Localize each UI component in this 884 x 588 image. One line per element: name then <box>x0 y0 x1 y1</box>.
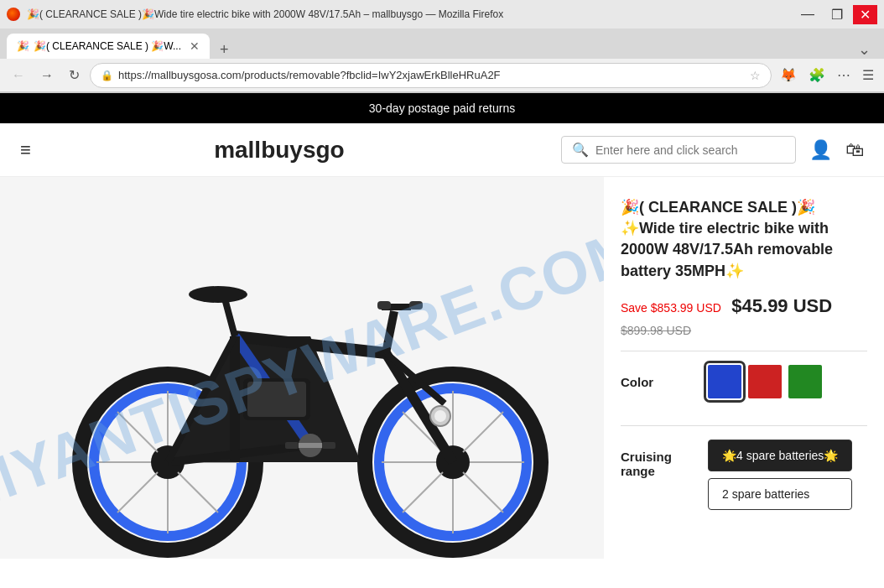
range-option-4-batteries[interactable]: 🌟4 spare batteries🌟 <box>708 440 852 471</box>
product-image-section: MYANTISPYWARE.COM <box>0 177 604 559</box>
svg-point-37 <box>189 286 247 303</box>
color-label: Color <box>621 365 688 389</box>
browser-actions: 🦊 🧩 ⋯ ☰ <box>777 64 877 86</box>
firefox-icon <box>7 8 20 21</box>
active-tab[interactable]: 🎉 🎉( CLEARANCE SALE ) 🎉W... ✕ <box>7 34 210 59</box>
nav-bar: ← → ↻ 🔒 https://mallbuysgosa.com/product… <box>0 59 884 92</box>
url-text: https://mallbuysgosa.com/products/remova… <box>118 69 745 81</box>
bookmark-icon[interactable]: ☆ <box>750 69 761 82</box>
price-row: Save $853.99 USD $45.99 USD <box>621 295 867 317</box>
save-text: Save $853.99 USD <box>621 301 721 315</box>
svg-point-41 <box>434 410 446 422</box>
account-icon[interactable]: 👤 <box>809 139 832 161</box>
restore-button[interactable]: ❐ <box>824 5 850 24</box>
svg-rect-39 <box>247 382 306 417</box>
range-options: 🌟4 spare batteries🌟 2 spare batteries <box>708 440 852 510</box>
color-divider <box>621 425 867 426</box>
back-button[interactable]: ← <box>7 65 30 86</box>
header-icons: 👤 🛍 <box>809 139 864 161</box>
svg-rect-34 <box>377 301 391 310</box>
color-swatch-green[interactable] <box>788 365 822 398</box>
svg-rect-45 <box>322 442 335 449</box>
product-image <box>0 177 604 559</box>
site-banner: 30-day postage paid returns <box>0 93 884 123</box>
svg-rect-35 <box>409 301 423 310</box>
tab-close-button[interactable]: ✕ <box>190 39 200 53</box>
minimize-button[interactable]: — <box>794 5 821 23</box>
tabs-menu-button[interactable]: ⌄ <box>851 40 877 59</box>
tab-favicon: 🎉 <box>17 40 29 52</box>
pocket-icon[interactable]: 🦊 <box>777 64 800 86</box>
extensions-icon[interactable]: 🧩 <box>805 64 829 86</box>
search-input[interactable] <box>595 143 780 157</box>
address-bar[interactable]: 🔒 https://mallbuysgosa.com/products/remo… <box>90 63 772 88</box>
more-tools-button[interactable]: ⋯ <box>834 64 854 86</box>
new-tab-button[interactable]: + <box>216 41 232 59</box>
search-icon: 🔍 <box>572 142 589 158</box>
menu-button[interactable]: ☰ <box>859 64 877 86</box>
range-option-2-batteries-label: 2 spare batteries <box>722 487 809 501</box>
product-area: MYANTISPYWARE.COM 🎉( CLEARANCE SALE )🎉✨W… <box>0 177 884 559</box>
site-header: ≡ mallbuysgo 🔍 👤 🛍 <box>0 123 884 177</box>
cruising-label: Cruising range <box>621 440 688 478</box>
product-title: 🎉( CLEARANCE SALE )🎉✨Wide tire electric … <box>621 197 867 282</box>
forward-button[interactable]: → <box>35 65 59 86</box>
title-bar-text: 🎉( CLEARANCE SALE )🎉Wide tire electric b… <box>27 8 794 20</box>
color-option-row: Color <box>621 365 867 412</box>
price-divider <box>621 351 867 351</box>
search-bar[interactable]: 🔍 <box>561 136 796 164</box>
tab-bar: 🎉 🎉( CLEARANCE SALE ) 🎉W... ✕ + ⌄ <box>0 29 884 59</box>
current-price: $45.99 USD <box>731 295 832 316</box>
title-bar: 🎉( CLEARANCE SALE )🎉Wide tire electric b… <box>0 0 884 29</box>
window-controls: — ❐ ✕ <box>794 5 877 24</box>
lock-icon: 🔒 <box>101 70 113 81</box>
refresh-button[interactable]: ↻ <box>64 64 85 86</box>
close-button[interactable]: ✕ <box>853 5 877 24</box>
banner-text: 30-day postage paid returns <box>369 101 515 115</box>
site-logo: mallbuysgo <box>0 137 561 164</box>
color-options <box>708 365 822 398</box>
range-option-2-batteries[interactable]: 2 spare batteries <box>708 478 852 510</box>
product-details: 🎉( CLEARANCE SALE )🎉✨Wide tire electric … <box>604 177 884 559</box>
range-option-row: Cruising range 🌟4 spare batteries🌟 2 spa… <box>621 440 867 510</box>
browser-chrome: 🎉( CLEARANCE SALE )🎉Wide tire electric b… <box>0 0 884 93</box>
cart-icon[interactable]: 🛍 <box>845 139 864 161</box>
color-swatch-blue[interactable] <box>708 365 741 398</box>
color-swatch-red[interactable] <box>748 365 782 398</box>
original-price: $899.98 USD <box>621 324 867 337</box>
tab-label: 🎉( CLEARANCE SALE ) 🎉W... <box>34 40 181 52</box>
range-option-4-batteries-label: 🌟4 spare batteries🌟 <box>722 449 838 462</box>
svg-rect-44 <box>285 442 299 449</box>
